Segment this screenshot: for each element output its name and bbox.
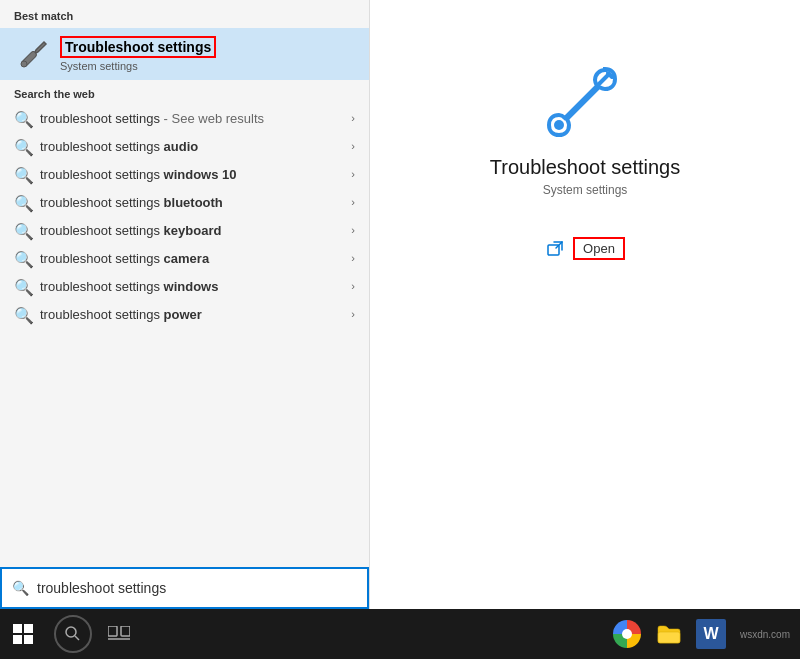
best-match-label: Best match — [0, 0, 369, 28]
svg-rect-8 — [24, 624, 33, 633]
svg-rect-16 — [658, 632, 680, 643]
best-match-item[interactable]: Troubleshoot settings System settings — [0, 28, 369, 80]
chrome-icon[interactable] — [608, 615, 646, 653]
chevron-right-icon: › — [351, 224, 355, 236]
result-text: troubleshoot settings windows 10 — [40, 167, 351, 182]
cortana-search-button[interactable] — [54, 615, 92, 653]
list-item[interactable]: 🔍 troubleshoot settings - See web result… — [0, 104, 369, 132]
search-web-label: Search the web — [0, 80, 369, 104]
taskbar: W wsxdn.com — [0, 609, 800, 659]
chevron-right-icon: › — [351, 252, 355, 264]
list-item[interactable]: 🔍 troubleshoot settings power › — [0, 300, 369, 328]
result-text: troubleshoot settings - See web results — [40, 111, 351, 126]
app-title: Troubleshoot settings — [490, 156, 680, 179]
svg-line-5 — [608, 73, 612, 77]
search-input[interactable] — [37, 580, 357, 596]
best-match-title: Troubleshoot settings — [60, 36, 216, 58]
result-text: troubleshoot settings camera — [40, 251, 351, 266]
search-icon: 🔍 — [14, 138, 30, 154]
svg-rect-7 — [13, 624, 22, 633]
windows-start-button[interactable] — [4, 615, 42, 653]
search-icon: 🔍 — [14, 222, 30, 238]
search-bar-container: 🔍 — [0, 567, 369, 609]
result-text: troubleshoot settings windows — [40, 279, 351, 294]
chevron-right-icon: › — [351, 196, 355, 208]
list-item[interactable]: 🔍 troubleshoot settings camera › — [0, 244, 369, 272]
chevron-right-icon: › — [351, 140, 355, 152]
right-panel: Troubleshoot settings System settings Op… — [370, 0, 800, 609]
svg-line-3 — [597, 82, 601, 86]
result-text: troubleshoot settings audio — [40, 139, 351, 154]
search-icon: 🔍 — [14, 166, 30, 182]
chevron-right-icon: › — [351, 280, 355, 292]
chevron-right-icon: › — [351, 168, 355, 180]
chevron-right-icon: › — [351, 112, 355, 124]
search-icon: 🔍 — [14, 194, 30, 210]
search-icon: 🔍 — [14, 278, 30, 294]
search-icon: 🔍 — [14, 250, 30, 266]
open-button-row: Open — [545, 237, 625, 260]
svg-point-2 — [554, 120, 564, 130]
result-text: troubleshoot settings power — [40, 307, 351, 322]
svg-rect-13 — [108, 626, 117, 636]
svg-point-1 — [21, 61, 27, 67]
list-item[interactable]: 🔍 troubleshoot settings windows › — [0, 272, 369, 300]
svg-point-11 — [66, 627, 76, 637]
list-item[interactable]: 🔍 troubleshoot settings keyboard › — [0, 216, 369, 244]
list-item[interactable]: 🔍 troubleshoot settings audio › — [0, 132, 369, 160]
svg-rect-9 — [13, 635, 22, 644]
app-subtitle: System settings — [543, 183, 628, 197]
app-large-icon — [545, 60, 625, 140]
app-container: Best match Troubleshoot settings System … — [0, 0, 800, 659]
chevron-right-icon: › — [351, 308, 355, 320]
best-match-subtitle: System settings — [60, 60, 216, 72]
left-panel: Best match Troubleshoot settings System … — [0, 0, 370, 609]
main-area: Best match Troubleshoot settings System … — [0, 0, 800, 609]
svg-rect-10 — [24, 635, 33, 644]
list-item[interactable]: 🔍 troubleshoot settings windows 10 › — [0, 160, 369, 188]
search-icon: 🔍 — [14, 306, 30, 322]
taskbar-right-icons: W — [608, 615, 730, 653]
svg-rect-14 — [121, 626, 130, 636]
search-bar-icon: 🔍 — [12, 580, 29, 596]
word-icon[interactable]: W — [692, 615, 730, 653]
open-button[interactable]: Open — [573, 237, 625, 260]
open-window-icon — [545, 239, 565, 259]
file-explorer-icon[interactable] — [650, 615, 688, 653]
wrench-icon — [14, 36, 50, 72]
svg-line-12 — [75, 636, 79, 640]
result-text: troubleshoot settings keyboard — [40, 223, 351, 238]
task-view-button[interactable] — [100, 615, 138, 653]
list-item[interactable]: 🔍 troubleshoot settings bluetooth › — [0, 188, 369, 216]
result-text: troubleshoot settings bluetooth — [40, 195, 351, 210]
search-icon: 🔍 — [14, 110, 30, 126]
watermark: wsxdn.com — [740, 629, 790, 640]
best-match-text: Troubleshoot settings System settings — [60, 36, 216, 72]
